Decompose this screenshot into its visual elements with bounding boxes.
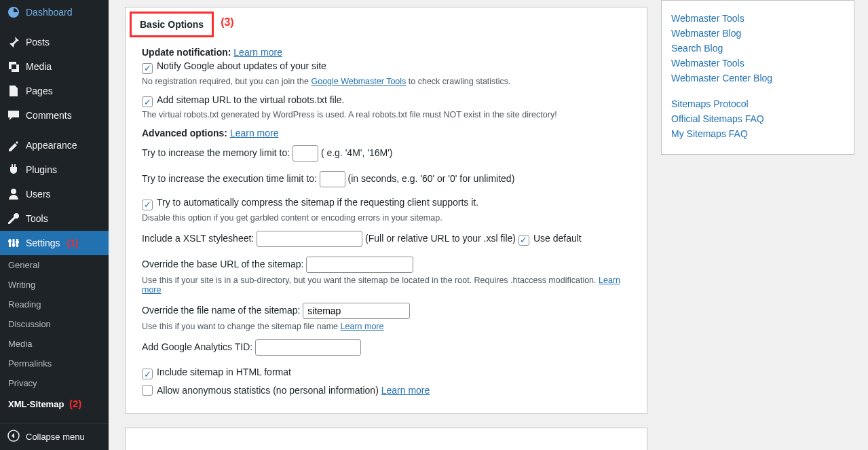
resource-link-webmaster-tools-2[interactable]: Webmaster Tools: [671, 58, 844, 69]
menu-settings[interactable]: Settings (1): [0, 231, 109, 255]
menu-label: Media: [26, 61, 52, 72]
submenu-privacy[interactable]: Privacy: [0, 373, 109, 393]
submenu-reading[interactable]: Reading: [0, 295, 109, 314]
override-base-input[interactable]: [306, 257, 413, 273]
use-default-label: Use default: [533, 232, 582, 243]
override-file-subtext: Use this if you want to change the sitem…: [142, 322, 341, 331]
use-default-checkbox[interactable]: [518, 235, 529, 246]
allow-anon-learn-more-link[interactable]: Learn more: [381, 385, 430, 396]
media-icon: [7, 60, 20, 73]
menu-label: Posts: [26, 37, 50, 48]
submenu-xml-sitemap[interactable]: XML-Sitemap (2): [0, 393, 109, 414]
override-file-label: Override the file name of the sitemap:: [142, 304, 300, 315]
menu-media[interactable]: Media: [0, 54, 109, 79]
submenu-general[interactable]: General: [0, 255, 109, 275]
advanced-options-label: Advanced options:: [142, 128, 227, 138]
resources-box: Webmaster Tools Webmaster Blog Search Bl…: [661, 0, 854, 155]
menu-label: Tools: [26, 213, 48, 224]
menu-label: Users: [26, 189, 51, 200]
menu-label: Settings: [26, 238, 60, 248]
xslt-hint: (Full or relative URL to your .xsl file): [365, 232, 518, 243]
resource-link-webmaster-tools-1[interactable]: Webmaster Tools: [671, 13, 844, 24]
menu-label: Dashboard: [26, 7, 73, 18]
menu-dashboard[interactable]: Dashboard: [0, 0, 109, 24]
menu-label: Pages: [26, 86, 53, 96]
resource-link-webmaster-center-blog[interactable]: Webmaster Center Blog: [671, 73, 844, 83]
plugins-icon: [7, 163, 20, 176]
next-postbox: [125, 428, 647, 450]
submenu-permalinks[interactable]: Permalinks: [0, 354, 109, 373]
main-content: Basic Options (3) Update notification: L…: [109, 0, 868, 450]
update-learn-more-link[interactable]: Learn more: [233, 47, 282, 58]
robots-label: Add sitemap URL to the virtual robots.tx…: [157, 94, 345, 105]
memory-limit-input[interactable]: [293, 145, 318, 162]
update-notification-label: Update notification:: [142, 47, 231, 58]
annotation-3: (3): [221, 16, 234, 29]
analytics-label: Add Google Analytics TID:: [142, 341, 252, 352]
admin-sidebar: Dashboard Posts Media Pages Comments App…: [0, 0, 109, 450]
settings-submenu: General Writing Reading Discussion Media…: [0, 255, 109, 414]
override-base-subtext: Use this if your site is in a sub-direct…: [142, 276, 599, 285]
appearance-icon: [7, 138, 20, 152]
menu-pages[interactable]: Pages: [0, 79, 109, 103]
include-html-checkbox[interactable]: [142, 369, 153, 379]
robots-checkbox[interactable]: [142, 96, 153, 107]
submenu-writing[interactable]: Writing: [0, 275, 109, 295]
menu-label: Comments: [26, 110, 72, 121]
basic-options-header: Basic Options: [130, 12, 214, 37]
notify-google-checkbox[interactable]: [142, 63, 153, 74]
annotation-2: (2): [69, 398, 81, 409]
override-base-label: Override the base URL of the sitemap:: [142, 258, 303, 269]
submenu-media[interactable]: Media: [0, 334, 109, 354]
menu-label: Appearance: [26, 140, 77, 151]
annotation-1: (1): [67, 238, 79, 248]
google-webmaster-tools-link[interactable]: Google Webmaster Tools: [311, 77, 406, 86]
users-icon: [7, 187, 20, 201]
advanced-learn-more-link[interactable]: Learn more: [230, 128, 279, 138]
override-file-learn-more-link[interactable]: Learn more: [341, 322, 384, 331]
menu-users[interactable]: Users: [0, 182, 109, 206]
collapse-menu[interactable]: Collapse menu: [0, 423, 109, 450]
svg-rect-3: [8, 240, 12, 242]
memory-limit-hint: ( e.g. '4M', '16M'): [321, 147, 393, 158]
menu-tools[interactable]: Tools: [0, 206, 109, 231]
xslt-input[interactable]: [257, 231, 362, 247]
svg-rect-5: [16, 241, 19, 243]
pages-icon: [7, 84, 20, 98]
resource-link-official-sitemaps-faq[interactable]: Official Sitemaps FAQ: [671, 113, 844, 124]
xslt-label: Include a XSLT stylesheet:: [142, 232, 254, 243]
exec-time-label: Try to increase the execution time limit…: [142, 173, 317, 184]
notify-google-subtext-b: to check crawling statistics.: [406, 77, 510, 86]
resource-link-sitemaps-protocol[interactable]: Sitemaps Protocol: [671, 98, 844, 109]
override-file-input[interactable]: [303, 303, 410, 319]
resource-link-webmaster-blog[interactable]: Webmaster Blog: [671, 28, 844, 39]
svg-rect-4: [12, 244, 16, 246]
allow-anon-checkbox[interactable]: [142, 385, 153, 396]
submenu-label: XML-Sitemap: [8, 399, 64, 409]
resource-link-my-sitemaps-faq[interactable]: My Sitemaps FAQ: [671, 128, 844, 139]
tools-icon: [7, 212, 20, 225]
comments-icon: [7, 109, 20, 122]
exec-time-hint: (in seconds, e.g. '60' or '0' for unlimi…: [348, 173, 515, 184]
menu-posts[interactable]: Posts: [0, 30, 109, 54]
collapse-icon: [7, 429, 20, 445]
resource-link-search-blog[interactable]: Search Blog: [671, 43, 844, 54]
analytics-input[interactable]: [255, 339, 361, 356]
allow-anon-label: Allow anonymous statistics (no personal …: [157, 385, 381, 396]
notify-google-subtext-a: No registration required, but you can jo…: [142, 77, 311, 86]
pin-icon: [7, 35, 20, 49]
compress-checkbox[interactable]: [142, 200, 153, 210]
menu-plugins[interactable]: Plugins: [0, 157, 109, 182]
exec-time-input[interactable]: [320, 171, 345, 187]
menu-appearance[interactable]: Appearance: [0, 133, 109, 157]
settings-icon: [7, 236, 20, 250]
dashboard-icon: [7, 5, 20, 19]
compress-label: Try to automatically compress the sitema…: [157, 197, 478, 208]
svg-rect-1: [13, 239, 15, 247]
memory-limit-label: Try to increase the memory limit to:: [142, 147, 290, 158]
menu-comments[interactable]: Comments: [0, 103, 109, 128]
submenu-discussion[interactable]: Discussion: [0, 314, 109, 334]
svg-rect-0: [9, 239, 11, 247]
include-html-label: Include sitemap in HTML format: [157, 367, 291, 377]
notify-google-label: Notify Google about updates of your site: [157, 60, 326, 71]
